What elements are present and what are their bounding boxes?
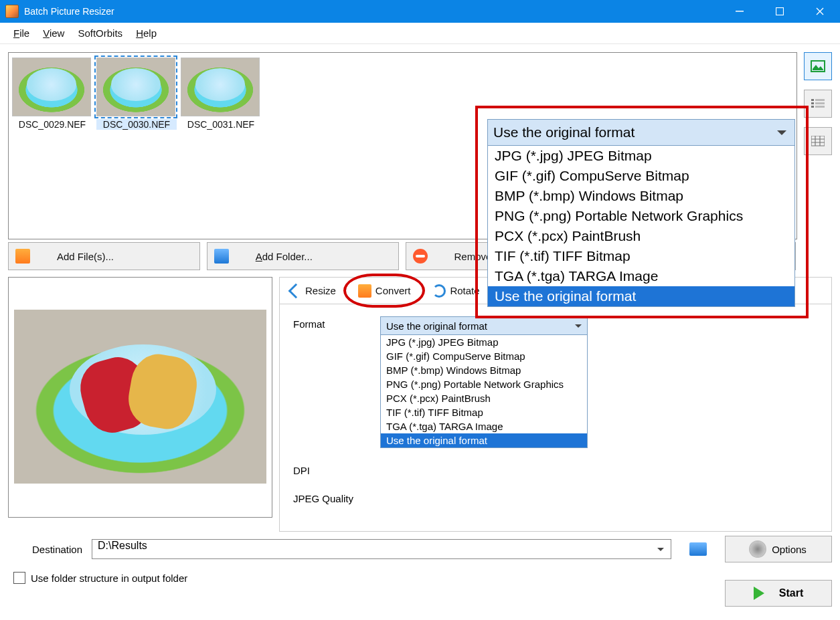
preview-pane bbox=[8, 277, 272, 518]
format-select[interactable]: Use the original format JPG (*.jpg) JPEG… bbox=[380, 316, 588, 448]
svg-rect-7 bbox=[815, 99, 825, 101]
destination-value: D:\Results bbox=[98, 540, 147, 551]
add-folder-button[interactable]: Add Folder... bbox=[207, 242, 399, 270]
format-select-zoom: Use the original format JPG (*.jpg) JPEG… bbox=[487, 119, 795, 307]
format-option[interactable]: TIF (*.tif) TIFF Bitmap bbox=[381, 405, 587, 419]
format-option[interactable]: GIF (*.gif) CompuServe Bitmap bbox=[381, 349, 587, 363]
format-option[interactable]: JPG (*.jpg) JPEG Bitmap bbox=[488, 146, 794, 166]
svg-rect-5 bbox=[811, 102, 814, 104]
tab-label: Convert bbox=[375, 285, 411, 296]
close-button[interactable] bbox=[800, 0, 840, 23]
start-button[interactable]: Start bbox=[725, 580, 832, 607]
preview-image bbox=[14, 310, 266, 484]
app-icon bbox=[5, 5, 19, 18]
thumbnail[interactable]: DSC_0029.NEF bbox=[12, 56, 92, 130]
format-select-value[interactable]: Use the original format bbox=[380, 316, 588, 335]
dpi-label: DPI bbox=[293, 463, 380, 476]
gear-icon bbox=[750, 542, 765, 556]
resize-icon bbox=[288, 283, 304, 298]
svg-rect-6 bbox=[811, 106, 814, 108]
view-details-button[interactable] bbox=[804, 127, 832, 155]
thumbnail-label: DSC_0029.NEF bbox=[12, 119, 92, 130]
format-select-zoom-list: JPG (*.jpg) JPEG Bitmap GIF (*.gif) Comp… bbox=[487, 146, 795, 307]
format-select-zoom-value[interactable]: Use the original format bbox=[487, 119, 795, 146]
thumbnail[interactable]: DSC_0030.NEF bbox=[96, 56, 177, 130]
format-option[interactable]: PCX (*.pcx) PaintBrush bbox=[488, 226, 794, 246]
format-select-list: JPG (*.jpg) JPEG Bitmap GIF (*.gif) Comp… bbox=[380, 335, 588, 448]
image-icon bbox=[358, 284, 371, 298]
menu-file[interactable]: File bbox=[7, 25, 36, 41]
tab-rotate[interactable]: Rotate bbox=[422, 278, 491, 304]
svg-rect-4 bbox=[811, 99, 814, 101]
view-thumbnails-button[interactable] bbox=[804, 52, 832, 80]
format-option[interactable]: TGA (*.tga) TARGA Image bbox=[381, 419, 587, 433]
svg-rect-0 bbox=[736, 11, 744, 12]
button-label: Add File(s)... bbox=[57, 251, 114, 262]
side-toolbar bbox=[804, 52, 832, 239]
rotate-icon bbox=[432, 284, 446, 298]
menu-softorbits[interactable]: SoftOrbits bbox=[71, 25, 129, 41]
menubar: File View SoftOrbits Help bbox=[0, 23, 840, 44]
jpeg-quality-label: JPEG Quality bbox=[293, 491, 380, 504]
remove-icon bbox=[413, 249, 428, 264]
minimize-button[interactable] bbox=[720, 0, 760, 23]
thumbnail-label: DSC_0030.NEF bbox=[96, 119, 177, 130]
format-option[interactable]: Use the original format bbox=[488, 286, 794, 306]
format-option[interactable]: PNG (*.png) Portable Network Graphics bbox=[381, 377, 587, 391]
format-option[interactable]: TIF (*.tif) TIFF Bitmap bbox=[488, 246, 794, 266]
format-option[interactable]: BMP (*.bmp) Windows Bitmap bbox=[381, 363, 587, 377]
format-option[interactable]: PCX (*.pcx) PaintBrush bbox=[381, 391, 587, 405]
use-folder-structure-checkbox[interactable] bbox=[13, 572, 25, 584]
tabs-pane: Resize Convert Rotate Format Use the ori… bbox=[279, 277, 832, 532]
tab-label: Resize bbox=[305, 285, 336, 296]
tab-resize[interactable]: Resize bbox=[280, 278, 347, 304]
options-button[interactable]: Options bbox=[725, 536, 832, 562]
svg-marker-3 bbox=[813, 65, 823, 70]
thumbnail[interactable]: DSC_0031.NEF bbox=[181, 56, 261, 130]
destination-browse-button[interactable] bbox=[685, 539, 711, 559]
format-option[interactable]: TGA (*.tga) TARGA Image bbox=[488, 266, 794, 286]
destination-label: Destination bbox=[32, 544, 82, 555]
add-files-button[interactable]: Add File(s)... bbox=[8, 242, 200, 270]
svg-rect-8 bbox=[815, 102, 825, 104]
image-icon bbox=[15, 249, 30, 264]
format-option[interactable]: JPG (*.jpg) JPEG Bitmap bbox=[381, 335, 587, 349]
play-icon bbox=[754, 587, 771, 600]
view-list-button[interactable] bbox=[804, 90, 832, 118]
svg-rect-1 bbox=[776, 8, 784, 15]
menu-view[interactable]: View bbox=[36, 25, 71, 41]
folder-icon bbox=[214, 249, 229, 264]
folder-icon bbox=[689, 542, 707, 556]
format-label: Format bbox=[293, 316, 380, 330]
button-label: Start bbox=[779, 587, 803, 599]
tab-label: Rotate bbox=[450, 285, 479, 296]
destination-input[interactable]: D:\Results bbox=[92, 539, 671, 559]
button-label: Options bbox=[772, 544, 807, 555]
checkbox-label: Use folder structure in output folder bbox=[31, 573, 187, 584]
svg-rect-9 bbox=[815, 106, 825, 108]
titlebar: Batch Picture Resizer bbox=[0, 0, 840, 23]
maximize-button[interactable] bbox=[760, 0, 800, 23]
app-title: Batch Picture Resizer bbox=[24, 6, 720, 17]
tab-convert[interactable]: Convert bbox=[347, 278, 422, 304]
format-option[interactable]: Use the original format bbox=[381, 433, 587, 447]
thumbnail-label: DSC_0031.NEF bbox=[181, 119, 261, 130]
menu-help[interactable]: Help bbox=[129, 25, 163, 41]
format-option[interactable]: GIF (*.gif) CompuServe Bitmap bbox=[488, 166, 794, 186]
format-option[interactable]: BMP (*.bmp) Windows Bitmap bbox=[488, 186, 794, 206]
format-option[interactable]: PNG (*.png) Portable Network Graphics bbox=[488, 206, 794, 226]
